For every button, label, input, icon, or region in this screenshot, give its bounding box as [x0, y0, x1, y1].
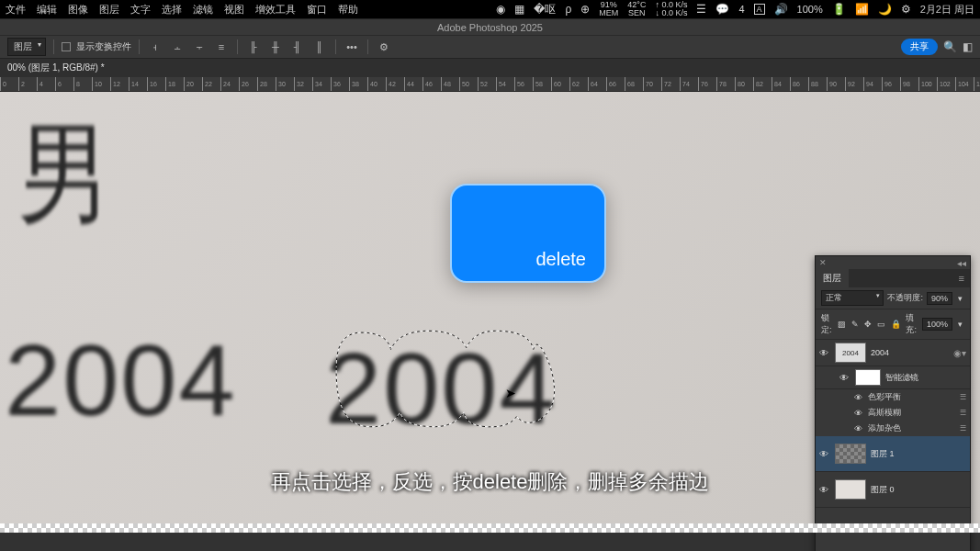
menu-filter[interactable]: 滤镜 [193, 3, 213, 17]
canvas-workspace[interactable]: 男 2004 2004 delete ➤ ✕ ◂◂ 图层 ≡ 正常 不透明度: … [0, 92, 980, 533]
filter-mask-thumbnail[interactable] [855, 369, 881, 386]
smart-object-icon[interactable]: ◉▾ [953, 348, 966, 358]
visibility-icon[interactable]: 👁 [819, 348, 830, 358]
ruler-tick: 22 [202, 77, 212, 91]
search-icon[interactable]: �呕 [534, 2, 556, 17]
network-status: ↑ 0.0 K/s↓ 0.0 K/s [655, 1, 687, 17]
cursor-icon: ➤ [505, 386, 516, 400]
layer-name[interactable]: 图层 1 [871, 448, 966, 460]
smart-filters-label: 智能滤镜 [885, 372, 966, 384]
menu-extra-icon[interactable]: ☰ [696, 3, 706, 16]
filter-edit-icon[interactable]: ☰ [960, 393, 966, 401]
layer-thumbnail[interactable]: 2004 [835, 343, 866, 363]
canvas-text-2004-selected: 2004 [325, 330, 558, 446]
sensor-status: 42°CSEN [627, 1, 646, 17]
layer-0[interactable]: 👁 图层 0 [816, 472, 970, 508]
filter-edit-icon[interactable]: ☰ [960, 424, 966, 433]
opacity-label: 不透明度: [887, 292, 923, 304]
menu-select[interactable]: 选择 [162, 3, 182, 17]
menu-plugins[interactable]: 增效工具 [255, 3, 296, 17]
panel-close-icon[interactable]: ✕ [819, 258, 827, 267]
opacity-chevron-icon[interactable]: ▾ [956, 294, 964, 303]
menu-file[interactable]: 文件 [6, 3, 26, 17]
layer-thumbnail[interactable] [835, 479, 866, 500]
visibility-icon[interactable]: 👁 [839, 373, 850, 383]
ruler-tick: 64 [588, 77, 598, 91]
record-icon[interactable]: ◉ [496, 3, 505, 16]
ruler-tick: 36 [331, 77, 341, 91]
layer-2004[interactable]: 👁 2004 2004 ◉▾ [816, 340, 970, 366]
visibility-icon[interactable]: 👁 [854, 393, 862, 402]
filter-name: 添加杂色 [868, 422, 901, 434]
blend-mode-dropdown[interactable]: 正常 [821, 290, 884, 306]
document-tab[interactable]: 00% (图层 1, RGB/8#) * [0, 59, 980, 77]
lock-artboard-icon[interactable]: ▭ [877, 320, 885, 329]
align-icon-2[interactable]: ⫠ [169, 39, 186, 55]
show-transform-checkbox[interactable] [62, 42, 71, 51]
layers-panel[interactable]: ✕ ◂◂ 图层 ≡ 正常 不透明度: 90% ▾ 锁定: ▨ ✎ ✥ ▭ 🔒 填… [815, 255, 971, 551]
filter-gaussian-blur[interactable]: 👁 高斯模糊 ☰ [816, 405, 970, 421]
wifi-icon[interactable]: 📶 [855, 3, 869, 16]
distribute-icon-3[interactable]: ╢ [289, 39, 306, 55]
search-tool-icon[interactable]: 🔍 [943, 40, 957, 53]
align-icon-3[interactable]: ⫟ [191, 39, 208, 55]
wechat-icon[interactable]: 💬 [715, 3, 729, 16]
menu-edit[interactable]: 编辑 [37, 3, 57, 17]
control-center-icon[interactable]: ⚙ [901, 3, 911, 16]
smart-filters-header[interactable]: 👁 智能滤镜 [816, 366, 970, 389]
layer-1[interactable]: 👁 图层 1 [816, 436, 970, 472]
distribute-icon-2[interactable]: ╫ [267, 39, 284, 55]
layer-name[interactable]: 图层 0 [871, 484, 966, 496]
filter-add-noise[interactable]: 👁 添加杂色 ☰ [816, 421, 970, 436]
ruler-tick: 18 [165, 77, 175, 91]
distribute-icon-1[interactable]: ╟ [245, 39, 262, 55]
align-icon-4[interactable]: ≡ [213, 39, 230, 55]
lock-pixels-icon[interactable]: ▨ [838, 320, 846, 329]
menu-type[interactable]: 文字 [130, 3, 151, 17]
opacity-value[interactable]: 90% [927, 292, 952, 305]
share-button[interactable]: 共享 [901, 39, 938, 55]
magnify-icon[interactable]: ⊕ [580, 3, 590, 16]
date-time[interactable]: 2月2日 周日 [920, 3, 974, 17]
video-subtitle: 再点击选择，反选，按delete删除，删掉多余描边 [271, 468, 710, 496]
panel-header-strip: ✕ ◂◂ [816, 256, 970, 269]
gear-icon[interactable]: ⚙ [376, 39, 392, 55]
layer-name[interactable]: 2004 [871, 348, 949, 357]
visibility-icon[interactable]: 👁 [854, 424, 862, 433]
fill-chevron-icon[interactable]: ▾ [956, 320, 964, 329]
ruler-tick: 16 [147, 77, 157, 91]
menu-layer[interactable]: 图层 [99, 3, 119, 17]
grid-icon[interactable]: ▦ [514, 3, 524, 16]
visibility-icon[interactable]: 👁 [854, 409, 862, 418]
volume-icon[interactable]: 🔊 [774, 3, 788, 16]
more-icon[interactable]: ••• [344, 39, 360, 55]
lock-brush-icon[interactable]: ✎ [851, 320, 859, 329]
battery-icon[interactable]: 🔋 [832, 3, 846, 16]
menu-view[interactable]: 视图 [224, 3, 244, 17]
panel-menu-icon[interactable]: ≡ [953, 273, 970, 284]
menu-image[interactable]: 图像 [68, 3, 88, 17]
panel-collapse-icon[interactable]: ◂◂ [957, 258, 966, 268]
layer-mode-dropdown[interactable]: 图层 [7, 38, 46, 56]
lock-all-icon[interactable]: 🔒 [891, 320, 901, 329]
menu-window[interactable]: 窗口 [307, 3, 327, 17]
lock-position-icon[interactable]: ✥ [864, 320, 872, 329]
visibility-icon[interactable]: 👁 [819, 449, 830, 459]
ruler-tick: 78 [716, 77, 727, 91]
workspace-icon[interactable]: ◧ [963, 40, 973, 53]
ruler-tick: 38 [349, 77, 359, 91]
input-method-icon[interactable]: A [754, 4, 765, 15]
fill-value[interactable]: 100% [922, 318, 952, 331]
layer-thumbnail[interactable] [835, 444, 866, 464]
moon-icon[interactable]: 🌙 [878, 3, 892, 16]
filter-color-balance[interactable]: 👁 色彩平衡 ☰ [816, 389, 970, 405]
align-icon-1[interactable]: ⫞ [147, 39, 163, 55]
visibility-icon[interactable]: 👁 [819, 485, 830, 495]
ruler-tick: 98 [900, 77, 910, 91]
filter-edit-icon[interactable]: ☰ [960, 409, 966, 417]
rho-icon[interactable]: ρ [565, 3, 571, 16]
divider [335, 39, 336, 54]
distribute-icon-4[interactable]: ║ [311, 39, 328, 55]
layers-tab[interactable]: 图层 [816, 269, 849, 287]
menu-help[interactable]: 帮助 [338, 3, 358, 17]
